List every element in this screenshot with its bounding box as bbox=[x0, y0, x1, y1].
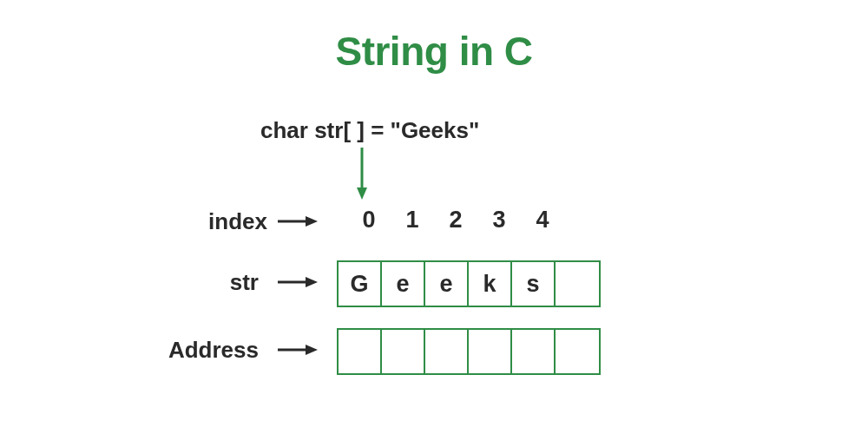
arrow-right-icon bbox=[278, 276, 318, 288]
index-row: 0 1 2 3 4 bbox=[347, 207, 564, 233]
svg-marker-7 bbox=[306, 345, 318, 355]
str-cell: k bbox=[469, 262, 512, 306]
address-cell bbox=[469, 330, 512, 373]
str-cell: e bbox=[382, 262, 425, 306]
str-cell: G bbox=[339, 262, 382, 306]
arrow-down-icon bbox=[356, 148, 368, 200]
index-value: 1 bbox=[391, 207, 434, 233]
str-cells: G e e k s bbox=[337, 260, 601, 307]
index-value: 0 bbox=[347, 207, 391, 233]
svg-marker-1 bbox=[357, 187, 367, 200]
address-cells bbox=[337, 328, 601, 375]
diagram-title: String in C bbox=[0, 0, 868, 75]
arrow-right-icon bbox=[278, 215, 318, 227]
address-cell bbox=[425, 330, 469, 373]
svg-marker-3 bbox=[306, 216, 318, 227]
svg-marker-5 bbox=[306, 277, 318, 287]
str-cell bbox=[556, 262, 599, 306]
label-address: Address bbox=[155, 337, 259, 364]
code-declaration: char str[ ] = "Geeks" bbox=[260, 117, 479, 144]
address-cell bbox=[512, 330, 556, 373]
label-str: str bbox=[207, 269, 259, 296]
index-value: 4 bbox=[521, 207, 564, 233]
address-cell bbox=[556, 330, 599, 373]
address-cell bbox=[339, 330, 382, 373]
index-value: 2 bbox=[434, 207, 477, 233]
str-cell: s bbox=[512, 262, 556, 306]
address-cell bbox=[382, 330, 425, 373]
str-cell: e bbox=[425, 262, 469, 306]
arrow-right-icon bbox=[278, 344, 318, 356]
index-value: 3 bbox=[477, 207, 521, 233]
label-index: index bbox=[198, 208, 267, 235]
